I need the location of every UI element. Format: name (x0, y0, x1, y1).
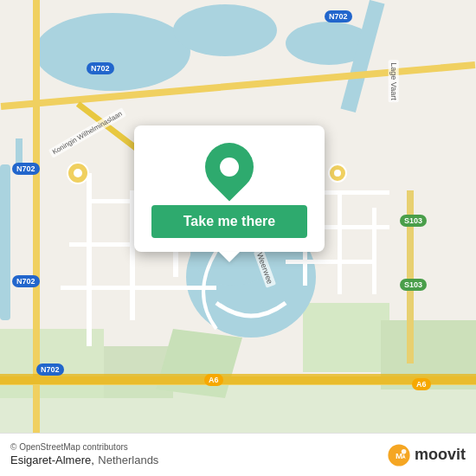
road-label-n702-left-top: N702 (87, 62, 114, 74)
svg-point-34 (74, 169, 82, 177)
moovit-logo-icon: M (387, 443, 411, 467)
osm-credit: © OpenStreetMap contributors (10, 442, 158, 452)
info-bar: © OpenStreetMap contributors Esigaret-Al… (0, 433, 476, 476)
location-name: Esigaret-Almere, (10, 453, 94, 466)
svg-rect-25 (61, 286, 216, 290)
svg-rect-4 (303, 303, 389, 372)
map-area[interactable]: N702 N702 N702 N702 N702 S103 S103 A6 A6… (0, 0, 476, 433)
svg-rect-31 (286, 260, 372, 264)
location-country: Netherlands (98, 453, 158, 466)
take-me-there-button[interactable]: Take me there (151, 205, 307, 238)
road-label-a6-right: A6 (412, 378, 431, 390)
road-label-n702-bot: N702 (36, 363, 64, 376)
svg-point-39 (402, 449, 407, 454)
svg-point-36 (334, 170, 341, 177)
svg-point-8 (173, 4, 277, 56)
popup-card: Take me there (134, 125, 325, 252)
svg-text:M: M (396, 451, 402, 460)
svg-rect-6 (0, 381, 476, 433)
moovit-logo-text: moovit (415, 446, 466, 464)
road-label-lage-vaart: Lage Vaart (389, 60, 399, 102)
info-left: © OpenStreetMap contributors Esigaret-Al… (10, 442, 158, 467)
location-pin-icon (195, 132, 263, 201)
svg-rect-13 (0, 164, 10, 320)
location-info: Esigaret-Almere, Netherlands (10, 452, 158, 467)
road-label-s103-bot: S103 (400, 279, 427, 291)
road-label-n702-left-bot: N702 (12, 275, 40, 287)
road-label-s103-top: S103 (400, 215, 427, 227)
map-container: N702 N702 N702 N702 N702 S103 S103 A6 A6… (0, 0, 476, 476)
moovit-logo: M moovit (387, 443, 466, 467)
svg-rect-27 (338, 190, 342, 294)
road-label-n702-top: N702 (325, 10, 352, 23)
road-label-a6-mid: A6 (204, 374, 223, 386)
svg-rect-32 (0, 374, 476, 384)
road-label-n702-left-mid: N702 (12, 163, 40, 175)
svg-point-7 (35, 13, 190, 91)
svg-rect-28 (372, 208, 376, 294)
pin-inner (220, 158, 239, 177)
